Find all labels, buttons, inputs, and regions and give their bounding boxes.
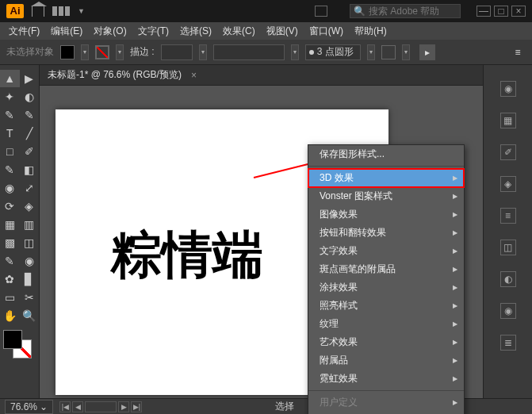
stroke-panel-icon[interactable]: ≡ (500, 208, 516, 224)
menu-item-image-effects[interactable]: 图像效果 (308, 205, 464, 224)
shaper-tool[interactable]: ✎ (0, 161, 20, 178)
stroke-weight[interactable] (161, 44, 193, 60)
blend-tool[interactable]: ◉ (20, 252, 40, 270)
menu-item-button-rollover[interactable]: 按钮和翻转效果 (308, 224, 464, 242)
nav-prev[interactable]: ◀ (72, 401, 83, 412)
menu-item-texture[interactable]: 纹理 (308, 315, 464, 333)
search-placeholder: 搜索 Adobe 帮助 (369, 5, 439, 18)
menu-item-additions[interactable]: 附属品 (308, 351, 464, 370)
perspective-tool[interactable]: ▥ (20, 216, 40, 233)
gradient-tool[interactable]: ◫ (20, 234, 40, 251)
width-tool[interactable]: ⟳ (0, 197, 20, 215)
menu-item-artistic[interactable]: 艺术效果 (308, 333, 464, 351)
brush-dropdown[interactable]: ▾ (291, 44, 299, 60)
scale-tool[interactable]: ⤢ (20, 179, 40, 197)
graphic-styles-icon[interactable]: ▸ (419, 44, 435, 60)
free-transform-tool[interactable]: ◈ (20, 197, 40, 215)
color-swatches[interactable] (3, 330, 36, 358)
opacity-swatch[interactable] (381, 45, 396, 59)
menu-item-smudge[interactable]: 涂抹效果 (308, 278, 464, 297)
opacity-dropdown[interactable]: ▾ (402, 44, 410, 60)
style-dropdown[interactable]: ▾ (367, 44, 375, 60)
nav-last[interactable]: ▶| (131, 401, 142, 412)
hand-tool[interactable]: ✋ (0, 307, 20, 324)
document-tab-label: 未标题-1* @ 76.6% (RGB/预览) (48, 68, 182, 82)
menu-type[interactable]: 文字(T) (134, 23, 173, 40)
selection-status: 未选择对象 (6, 45, 54, 59)
arrange-dropdown-icon[interactable]: ▼ (78, 7, 85, 15)
selection-tool[interactable]: ▲ (0, 70, 20, 87)
mesh-tool[interactable]: ▩ (0, 234, 20, 251)
artwork-text: 粽情端 (111, 220, 263, 289)
nav-page[interactable] (85, 401, 117, 412)
menu-select[interactable]: 选择(S) (176, 23, 216, 40)
stroke-weight-dropdown[interactable]: ▾ (199, 44, 207, 60)
menu-item-vonster[interactable]: Vonster 图案样式 (308, 187, 464, 205)
arrange-docs-icon[interactable] (52, 6, 70, 16)
menu-item-user-defined[interactable]: 用户定义 (308, 393, 464, 412)
styles-library-menu: 保存图形样式... 3D 效果 Vonster 图案样式 图像效果 按钮和翻转效… (308, 144, 465, 414)
home-icon[interactable] (32, 6, 44, 17)
type-tool[interactable]: T (0, 125, 20, 142)
rectangle-tool[interactable]: □ (0, 143, 20, 160)
stroke-swatch[interactable] (95, 45, 109, 59)
panel-menu-icon[interactable]: ≡ (510, 44, 526, 60)
menu-file[interactable]: 文件(F) (5, 23, 44, 40)
cascade-icon[interactable] (315, 6, 327, 17)
curvature-tool[interactable]: ✎ (20, 106, 40, 124)
nav-first[interactable]: |◀ (59, 401, 71, 412)
zoom-tool[interactable]: 🔍 (20, 307, 40, 324)
gradient-panel-icon[interactable]: ◫ (500, 240, 516, 255)
toolbox: ▲▶ ✦◐ ✎✎ T╱ □✐ ✎◧ ◉⤢ ⟳◈ ▦▥ ▩◫ ✎◉ ✿▊ ▭✂ ✋… (0, 65, 40, 398)
stroke-style-field[interactable]: 3 点圆形 (305, 44, 361, 60)
menu-item-scribble[interactable]: 斑点画笔的附属品 (308, 260, 464, 278)
brush-field[interactable] (213, 44, 285, 60)
menu-window[interactable]: 窗口(W) (305, 23, 347, 40)
shape-builder-tool[interactable]: ▦ (0, 216, 20, 233)
fill-dropdown[interactable]: ▾ (81, 44, 89, 60)
slice-tool[interactable]: ✂ (20, 289, 40, 306)
menu-item-neon[interactable]: 霓虹效果 (308, 370, 464, 388)
close-tab-icon[interactable]: × (191, 70, 197, 81)
swatches-panel-icon[interactable]: ▦ (500, 113, 516, 128)
graph-tool[interactable]: ▊ (20, 270, 40, 288)
menu-view[interactable]: 视图(V) (262, 23, 302, 40)
artboard-tool[interactable]: ▭ (0, 289, 20, 306)
pen-tool[interactable]: ✎ (0, 106, 20, 124)
search-input[interactable]: 🔍搜索 Adobe 帮助 (350, 4, 461, 18)
brushes-panel-icon[interactable]: ✐ (500, 144, 516, 160)
line-tool[interactable]: ╱ (20, 125, 40, 142)
nav-next[interactable]: ▶ (118, 401, 129, 412)
menu-help[interactable]: 帮助(H) (350, 23, 391, 40)
menu-item-3d-effects[interactable]: 3D 效果 (308, 169, 464, 187)
document-tab[interactable]: 未标题-1* @ 76.6% (RGB/预览)× (40, 65, 483, 86)
menu-effect[interactable]: 效果(C) (219, 23, 259, 40)
magic-wand-tool[interactable]: ✦ (0, 88, 20, 105)
direct-selection-tool[interactable]: ▶ (20, 70, 40, 87)
rotate-tool[interactable]: ◉ (0, 179, 20, 197)
symbol-tool[interactable]: ✿ (0, 270, 20, 288)
brush-tool[interactable]: ✐ (20, 143, 40, 160)
eraser-tool[interactable]: ◧ (20, 161, 40, 178)
maximize-button[interactable]: □ (494, 6, 508, 17)
menu-item-save-style[interactable]: 保存图形样式... (308, 145, 464, 163)
status-tool: 选择 (275, 400, 294, 413)
stroke-label: 描边 : (130, 45, 155, 59)
symbols-panel-icon[interactable]: ◈ (500, 176, 516, 192)
layers-panel-icon[interactable]: ≣ (500, 335, 516, 351)
zoom-level[interactable]: 76.6% (5, 400, 53, 414)
eyedropper-tool[interactable]: ✎ (0, 252, 20, 270)
menu-item-text-effects[interactable]: 文字效果 (308, 242, 464, 260)
stroke-dropdown[interactable]: ▾ (116, 44, 124, 60)
minimize-button[interactable]: — (477, 6, 491, 17)
fill-swatch[interactable] (60, 45, 75, 59)
appearance-panel-icon[interactable]: ◉ (500, 303, 516, 319)
menu-object[interactable]: 对象(O) (90, 23, 130, 40)
menu-item-illuminate[interactable]: 照亮样式 (308, 297, 464, 315)
app-logo: Ai (6, 4, 24, 18)
menu-edit[interactable]: 编辑(E) (47, 23, 86, 40)
transparency-panel-icon[interactable]: ◐ (500, 271, 516, 287)
lasso-tool[interactable]: ◐ (20, 88, 40, 105)
close-button[interactable]: × (511, 6, 526, 17)
color-panel-icon[interactable]: ◉ (500, 81, 516, 97)
